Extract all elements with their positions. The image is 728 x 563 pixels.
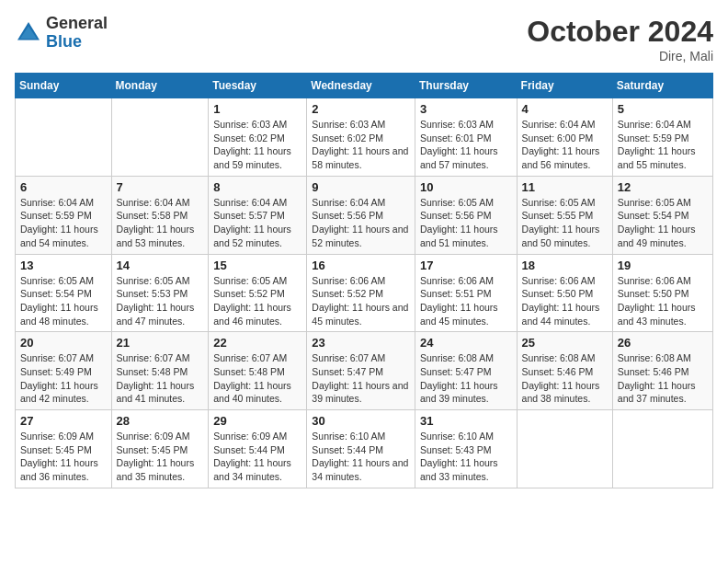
day-info: Sunrise: 6:03 AM Sunset: 6:01 PM Dayligh… <box>420 118 512 172</box>
day-number: 31 <box>420 414 512 428</box>
day-info: Sunrise: 6:04 AM Sunset: 5:59 PM Dayligh… <box>618 118 708 172</box>
calendar-cell: 23Sunrise: 6:07 AM Sunset: 5:47 PM Dayli… <box>307 332 415 410</box>
calendar-cell: 7Sunrise: 6:04 AM Sunset: 5:58 PM Daylig… <box>111 176 209 254</box>
day-info: Sunrise: 6:03 AM Sunset: 6:02 PM Dayligh… <box>312 118 410 172</box>
calendar-cell: 6Sunrise: 6:04 AM Sunset: 5:59 PM Daylig… <box>16 176 112 254</box>
day-number: 28 <box>117 414 204 428</box>
day-number: 16 <box>312 259 410 272</box>
day-number: 19 <box>618 259 708 272</box>
days-of-week-row: SundayMondayTuesdayWednesdayThursdayFrid… <box>16 74 713 98</box>
calendar-cell: 30Sunrise: 6:10 AM Sunset: 5:44 PM Dayli… <box>307 410 415 488</box>
calendar-cell: 31Sunrise: 6:10 AM Sunset: 5:43 PM Dayli… <box>415 410 517 488</box>
day-number: 22 <box>213 336 301 350</box>
day-number: 30 <box>312 414 410 428</box>
day-info: Sunrise: 6:05 AM Sunset: 5:52 PM Dayligh… <box>213 274 301 328</box>
calendar-cell <box>612 410 712 488</box>
day-info: Sunrise: 6:06 AM Sunset: 5:51 PM Dayligh… <box>420 274 512 328</box>
day-info: Sunrise: 6:09 AM Sunset: 5:44 PM Dayligh… <box>213 430 301 484</box>
day-of-week-header: Friday <box>517 74 612 98</box>
calendar-cell: 21Sunrise: 6:07 AM Sunset: 5:48 PM Dayli… <box>111 332 209 410</box>
day-info: Sunrise: 6:06 AM Sunset: 5:50 PM Dayligh… <box>618 274 708 328</box>
day-number: 7 <box>117 180 204 194</box>
calendar-cell: 15Sunrise: 6:05 AM Sunset: 5:52 PM Dayli… <box>209 254 307 332</box>
calendar-cell: 3Sunrise: 6:03 AM Sunset: 6:01 PM Daylig… <box>415 98 517 177</box>
calendar-week-row: 1Sunrise: 6:03 AM Sunset: 6:02 PM Daylig… <box>16 98 713 177</box>
calendar-cell: 2Sunrise: 6:03 AM Sunset: 6:02 PM Daylig… <box>307 98 415 177</box>
calendar-body: 1Sunrise: 6:03 AM Sunset: 6:02 PM Daylig… <box>16 98 713 488</box>
day-info: Sunrise: 6:05 AM Sunset: 5:54 PM Dayligh… <box>618 196 708 250</box>
calendar-cell: 19Sunrise: 6:06 AM Sunset: 5:50 PM Dayli… <box>612 254 712 332</box>
day-of-week-header: Thursday <box>415 74 517 98</box>
calendar-cell: 29Sunrise: 6:09 AM Sunset: 5:44 PM Dayli… <box>209 410 307 488</box>
day-number: 25 <box>522 336 608 350</box>
calendar-cell: 5Sunrise: 6:04 AM Sunset: 5:59 PM Daylig… <box>612 98 712 177</box>
calendar-week-row: 20Sunrise: 6:07 AM Sunset: 5:49 PM Dayli… <box>16 332 713 410</box>
day-info: Sunrise: 6:05 AM Sunset: 5:55 PM Dayligh… <box>522 196 608 250</box>
calendar-cell: 18Sunrise: 6:06 AM Sunset: 5:50 PM Dayli… <box>517 254 612 332</box>
day-info: Sunrise: 6:07 AM Sunset: 5:48 PM Dayligh… <box>213 351 301 406</box>
calendar-cell: 10Sunrise: 6:05 AM Sunset: 5:56 PM Dayli… <box>415 176 517 254</box>
day-info: Sunrise: 6:07 AM Sunset: 5:48 PM Dayligh… <box>117 351 204 406</box>
day-number: 18 <box>522 259 608 272</box>
calendar-cell: 4Sunrise: 6:04 AM Sunset: 6:00 PM Daylig… <box>517 98 612 177</box>
day-number: 15 <box>213 259 301 272</box>
day-info: Sunrise: 6:05 AM Sunset: 5:54 PM Dayligh… <box>20 274 107 328</box>
calendar-cell: 14Sunrise: 6:05 AM Sunset: 5:53 PM Dayli… <box>111 254 209 332</box>
logo-blue-text: Blue <box>46 33 108 52</box>
month-title: October 2024 <box>527 15 713 49</box>
calendar-header: SundayMondayTuesdayWednesdayThursdayFrid… <box>16 74 713 98</box>
day-number: 8 <box>213 180 301 194</box>
day-number: 24 <box>420 336 512 350</box>
calendar-cell: 24Sunrise: 6:08 AM Sunset: 5:47 PM Dayli… <box>415 332 517 410</box>
day-info: Sunrise: 6:04 AM Sunset: 5:56 PM Dayligh… <box>312 196 410 250</box>
day-number: 9 <box>312 180 410 194</box>
calendar-cell: 28Sunrise: 6:09 AM Sunset: 5:45 PM Dayli… <box>111 410 209 488</box>
day-info: Sunrise: 6:06 AM Sunset: 5:52 PM Dayligh… <box>312 274 410 328</box>
calendar-week-row: 13Sunrise: 6:05 AM Sunset: 5:54 PM Dayli… <box>16 254 713 332</box>
day-number: 3 <box>420 102 512 116</box>
day-number: 2 <box>312 102 410 116</box>
day-info: Sunrise: 6:04 AM Sunset: 5:57 PM Dayligh… <box>213 196 301 250</box>
day-info: Sunrise: 6:05 AM Sunset: 5:53 PM Dayligh… <box>117 274 204 328</box>
calendar-week-row: 6Sunrise: 6:04 AM Sunset: 5:59 PM Daylig… <box>16 176 713 254</box>
logo-icon <box>15 19 42 47</box>
day-info: Sunrise: 6:09 AM Sunset: 5:45 PM Dayligh… <box>20 430 107 484</box>
calendar-cell: 27Sunrise: 6:09 AM Sunset: 5:45 PM Dayli… <box>16 410 112 488</box>
calendar-cell: 26Sunrise: 6:08 AM Sunset: 5:46 PM Dayli… <box>612 332 712 410</box>
day-info: Sunrise: 6:03 AM Sunset: 6:02 PM Dayligh… <box>213 118 301 172</box>
day-number: 26 <box>618 336 708 350</box>
day-number: 14 <box>117 259 204 272</box>
day-number: 5 <box>618 102 708 116</box>
calendar-cell: 12Sunrise: 6:05 AM Sunset: 5:54 PM Dayli… <box>612 176 712 254</box>
location: Dire, Mali <box>527 49 713 63</box>
calendar-cell <box>111 98 209 177</box>
day-info: Sunrise: 6:08 AM Sunset: 5:46 PM Dayligh… <box>618 351 708 406</box>
calendar-cell: 20Sunrise: 6:07 AM Sunset: 5:49 PM Dayli… <box>16 332 112 410</box>
day-info: Sunrise: 6:10 AM Sunset: 5:44 PM Dayligh… <box>312 430 410 484</box>
day-number: 12 <box>618 180 708 194</box>
day-info: Sunrise: 6:08 AM Sunset: 5:46 PM Dayligh… <box>522 351 608 406</box>
day-info: Sunrise: 6:04 AM Sunset: 6:00 PM Dayligh… <box>522 118 608 172</box>
calendar-cell: 11Sunrise: 6:05 AM Sunset: 5:55 PM Dayli… <box>517 176 612 254</box>
calendar-cell: 16Sunrise: 6:06 AM Sunset: 5:52 PM Dayli… <box>307 254 415 332</box>
calendar-cell: 8Sunrise: 6:04 AM Sunset: 5:57 PM Daylig… <box>209 176 307 254</box>
day-info: Sunrise: 6:10 AM Sunset: 5:43 PM Dayligh… <box>420 430 512 484</box>
day-number: 27 <box>20 414 107 428</box>
day-number: 6 <box>20 180 107 194</box>
day-number: 29 <box>213 414 301 428</box>
calendar-cell: 25Sunrise: 6:08 AM Sunset: 5:46 PM Dayli… <box>517 332 612 410</box>
logo-text: General Blue <box>46 15 108 52</box>
day-info: Sunrise: 6:08 AM Sunset: 5:47 PM Dayligh… <box>420 351 512 406</box>
day-number: 4 <box>522 102 608 116</box>
day-number: 1 <box>213 102 301 116</box>
day-number: 21 <box>117 336 204 350</box>
day-info: Sunrise: 6:06 AM Sunset: 5:50 PM Dayligh… <box>522 274 608 328</box>
calendar-cell: 9Sunrise: 6:04 AM Sunset: 5:56 PM Daylig… <box>307 176 415 254</box>
day-info: Sunrise: 6:07 AM Sunset: 5:47 PM Dayligh… <box>312 351 410 406</box>
day-info: Sunrise: 6:05 AM Sunset: 5:56 PM Dayligh… <box>420 196 512 250</box>
day-number: 10 <box>420 180 512 194</box>
day-number: 13 <box>20 259 107 272</box>
day-of-week-header: Monday <box>111 74 209 98</box>
calendar-table: SundayMondayTuesdayWednesdayThursdayFrid… <box>15 73 713 488</box>
calendar-cell <box>517 410 612 488</box>
